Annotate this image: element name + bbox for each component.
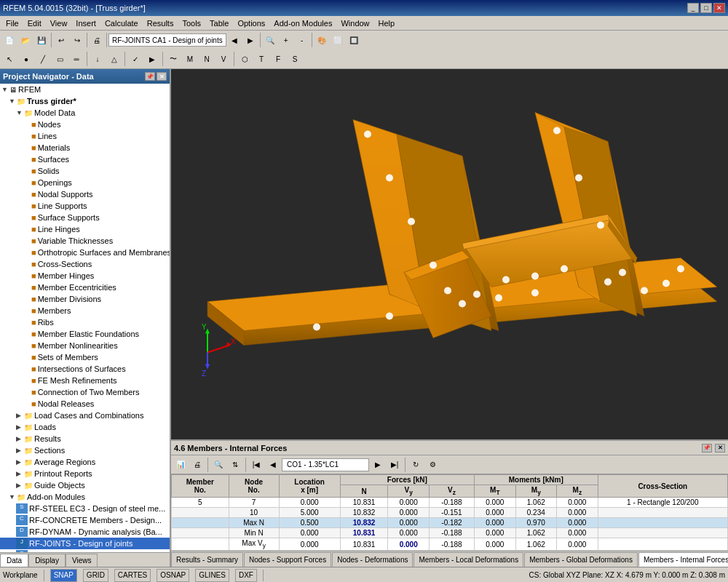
tb-render[interactable]: 🎨: [314, 32, 330, 48]
tree-item-openings[interactable]: ■Openings: [0, 177, 170, 188]
tb-zoom-fit[interactable]: 🔍: [262, 32, 278, 48]
tree-item-nodes[interactable]: ■Nodes: [0, 119, 170, 130]
tb-zoom-out[interactable]: -: [294, 32, 310, 48]
tree-item-ribs[interactable]: ■Ribs: [0, 316, 170, 328]
tree-item-sections[interactable]: ▶ 📁 Sections: [0, 445, 170, 456]
bottom-panel-pin[interactable]: 📌: [702, 444, 712, 453]
tb2-select[interactable]: ↖: [1, 51, 17, 67]
bt-nav-last[interactable]: ▶|: [387, 457, 403, 473]
menu-calculate[interactable]: Calculate: [100, 17, 143, 29]
tb2-member[interactable]: ═: [68, 51, 84, 67]
tree-item-intersections[interactable]: ■Intersections of Surfaces: [0, 363, 170, 375]
status-grid[interactable]: GRID: [83, 569, 108, 582]
tab-members-global[interactable]: Members - Global Deformations: [524, 552, 638, 567]
nav-tab-display[interactable]: Display: [28, 554, 66, 567]
menu-help[interactable]: Help: [374, 17, 400, 29]
status-dxf[interactable]: DXF: [235, 569, 257, 582]
tree-item-surface-supports[interactable]: ■Surface Supports: [0, 212, 170, 223]
nav-close[interactable]: ✕: [157, 72, 167, 81]
menu-file[interactable]: File: [1, 17, 23, 29]
minimize-button[interactable]: _: [687, 3, 699, 13]
tree-item-load-cases[interactable]: ▶ 📁 Load Cases and Combinations: [0, 410, 170, 421]
tab-results-summary[interactable]: Results - Summary: [171, 552, 243, 567]
tree-item-sets-members[interactable]: ■Sets of Members: [0, 351, 170, 363]
tab-nodes-deform[interactable]: Nodes - Deformations: [332, 552, 413, 567]
status-cartes[interactable]: CARTES: [114, 569, 151, 582]
status-snap[interactable]: SNAP: [50, 569, 77, 582]
tb2-front[interactable]: F: [270, 51, 286, 67]
close-button[interactable]: ✕: [713, 3, 725, 13]
tree-item-loads[interactable]: ▶ 📁 Loads: [0, 421, 170, 433]
tb-nav-next[interactable]: ▶: [242, 32, 258, 48]
tree-item-mem-nonlin[interactable]: ■Member Nonlinearities: [0, 340, 170, 351]
tree-item-ortho[interactable]: ■Orthotropic Surfaces and Membranes: [0, 247, 170, 258]
tree-item-project[interactable]: ▼ 📁 Truss girder*: [0, 95, 170, 107]
bottom-panel-close[interactable]: ✕: [715, 444, 725, 453]
status-glines[interactable]: GLINES: [195, 569, 229, 582]
maximize-button[interactable]: □: [700, 3, 712, 13]
tree-item-var-thick[interactable]: ■Variable Thicknesses: [0, 235, 170, 247]
tree-item-members[interactable]: ■Members: [0, 305, 170, 316]
bt-export[interactable]: 📊: [173, 457, 189, 473]
bt-filter[interactable]: 🔍: [210, 457, 226, 473]
tb2-check[interactable]: ✓: [127, 51, 143, 67]
tb-print[interactable]: 🖨: [89, 32, 105, 48]
tree-item-rfem[interactable]: ▼ 🖥 RFEM: [0, 84, 170, 95]
tab-nodes-support[interactable]: Nodes - Support Forces: [244, 552, 331, 567]
table-row-maxN[interactable]: Max N0.50010.8320.000-0.1820.0000.9700.0…: [172, 518, 728, 528]
tb2-support[interactable]: △: [106, 51, 122, 67]
tree-item-guide[interactable]: ▶ 📁 Guide Objects: [0, 479, 170, 491]
tree-item-connection[interactable]: ■Connection of Two Members: [0, 386, 170, 398]
bt-refresh[interactable]: ↻: [408, 457, 424, 473]
tree-item-lines[interactable]: ■Lines: [0, 130, 170, 142]
menu-table[interactable]: Table: [205, 17, 233, 29]
tab-members-forces[interactable]: Members - Internal Forces: [638, 552, 728, 567]
3d-view[interactable]: Y X Z: [171, 69, 728, 439]
tab-members-local[interactable]: Members - Local Deformations: [414, 552, 523, 567]
tb2-top[interactable]: T: [253, 51, 269, 67]
tree-item-model-data[interactable]: ▼ 📁 Model Data: [0, 107, 170, 119]
tb2-normal[interactable]: N: [199, 51, 215, 67]
tb2-iso[interactable]: ⬡: [237, 51, 253, 67]
menu-edit[interactable]: Edit: [23, 17, 46, 29]
tb-undo[interactable]: ↩: [53, 32, 69, 48]
tb-redo[interactable]: ↪: [69, 32, 85, 48]
bt-nav-first[interactable]: |◀: [248, 457, 264, 473]
tb-zoom-in[interactable]: +: [278, 32, 294, 48]
tb-open[interactable]: 📂: [17, 32, 33, 48]
tree-item-surfaces[interactable]: ■Surfaces: [0, 154, 170, 165]
table-row-maxVy[interactable]: Max Vy0.00010.8310.000-0.1880.0001.0620.…: [172, 538, 728, 551]
status-osnap[interactable]: OSNAP: [157, 569, 189, 582]
tb2-shear[interactable]: V: [215, 51, 232, 67]
tree-item-nodal-releases[interactable]: ■Nodal Releases: [0, 398, 170, 410]
tb2-deform[interactable]: 〜: [165, 51, 181, 67]
menu-results[interactable]: Results: [143, 17, 178, 29]
bt-nav-next[interactable]: ▶: [370, 457, 386, 473]
tb-wire[interactable]: ⬜: [330, 32, 346, 48]
tb-new[interactable]: 📄: [1, 32, 17, 48]
menu-addons[interactable]: Add-on Modules: [269, 17, 336, 29]
nav-pin[interactable]: 📌: [145, 72, 155, 81]
tree-item-results[interactable]: ▶ 📁 Results: [0, 433, 170, 445]
table-row[interactable]: 105.00010.8320.000-0.1510.0000.2340.000: [172, 508, 728, 518]
tree-item-fe-mesh[interactable]: ■FE Mesh Refinements: [0, 375, 170, 386]
tree-item-addons[interactable]: ▼ 📁 Add-on Modules: [0, 491, 170, 503]
tree-addon-joints[interactable]: JRF-JOINTS - Design of joints: [0, 538, 170, 549]
tb-nav-prev[interactable]: ◀: [226, 32, 242, 48]
tb-view3d[interactable]: 🔲: [346, 32, 362, 48]
tree-item-nodal-supports[interactable]: ■Nodal Supports: [0, 188, 170, 200]
tb-save[interactable]: 💾: [33, 32, 50, 48]
table-row[interactable]: 570.00010.8310.000-0.1880.0001.0620.0001…: [172, 498, 728, 508]
tree-item-cross-sections[interactable]: ■Cross-Sections: [0, 258, 170, 270]
tree-item-line-hinges[interactable]: ■Line Hinges: [0, 223, 170, 235]
menu-insert[interactable]: Insert: [71, 17, 100, 29]
tree-addon-concrete[interactable]: CRF-CONCRETE Members - Design...: [0, 514, 170, 526]
tree-addon-dynam[interactable]: DRF-DYNAM - Dynamic analysis (Ba...: [0, 526, 170, 538]
tree-item-member-hinges[interactable]: ■Member Hinges: [0, 270, 170, 282]
tb2-surface[interactable]: ▭: [52, 51, 68, 67]
bt-settings[interactable]: ⚙: [424, 457, 440, 473]
tb2-moment[interactable]: M: [182, 51, 198, 67]
tree-item-member-div[interactable]: ■Member Divisions: [0, 293, 170, 305]
bt-nav-prev[interactable]: ◀: [265, 457, 281, 473]
tree-item-solids[interactable]: ■Solids: [0, 165, 170, 177]
